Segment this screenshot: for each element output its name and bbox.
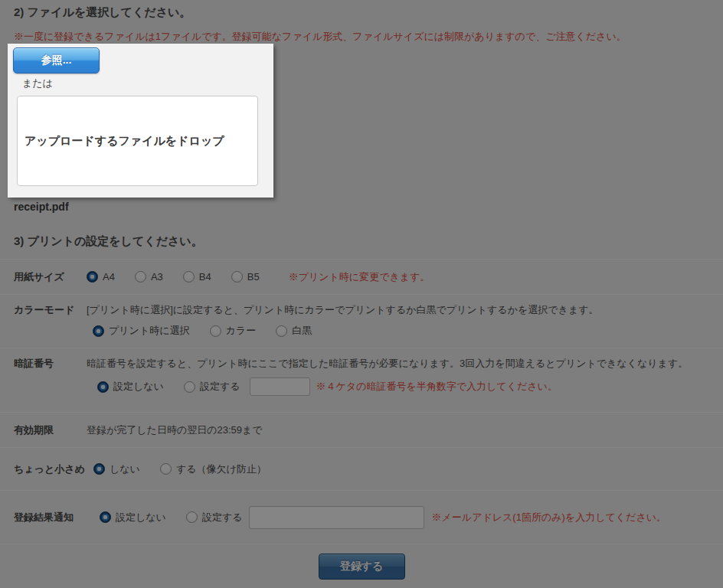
file-dropzone[interactable]: アップロードするファイルをドロップ — [17, 96, 258, 186]
file-select-spotlight-panel: 参照... または アップロードするファイルをドロップ — [8, 44, 273, 198]
dropzone-label: アップロードするファイルをドロップ — [25, 134, 224, 149]
browse-button[interactable]: 参照... — [13, 47, 100, 74]
or-label: または — [22, 77, 53, 90]
